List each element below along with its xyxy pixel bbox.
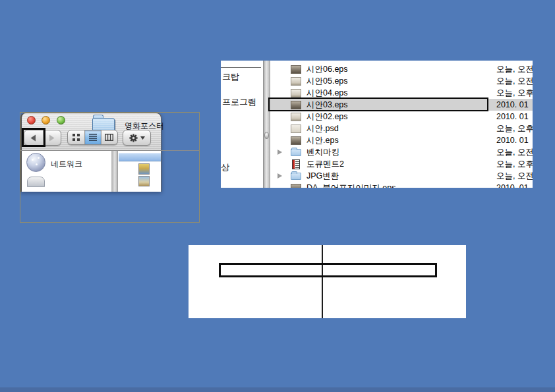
psd-thumbnail-icon xyxy=(291,125,301,133)
finder-list-view-panel: 크탑 프로그램 상 시안06.eps 오늘, 오전 시안05.eps 오늘, 오… xyxy=(221,61,533,188)
view-mode-group xyxy=(67,130,118,145)
file-row[interactable]: JPG변환 오늘, 오전 xyxy=(270,170,533,182)
sidebar-item-network[interactable]: 네트워크 xyxy=(51,159,82,170)
file-name: 시안02.eps xyxy=(307,111,348,123)
file-row[interactable]: DA_붙어표지이미지.eps 2010. 01 xyxy=(270,182,533,188)
minimize-button[interactable] xyxy=(42,116,50,125)
list-view-button[interactable] xyxy=(84,130,101,144)
center-guide-line xyxy=(322,245,323,318)
eps-thumbnail-icon xyxy=(291,136,301,145)
list-view-icon xyxy=(89,134,97,141)
file-row[interactable]: 시안02.eps 2010. 01 xyxy=(270,111,533,123)
scrollbar-track[interactable] xyxy=(263,61,270,188)
finder-list-pane xyxy=(117,151,161,192)
file-name: DA_붙어표지이미지.eps xyxy=(307,182,395,188)
scrollbar-thumb[interactable] xyxy=(264,132,269,139)
sidebar-divider xyxy=(221,67,261,68)
disclosure-triangle-icon[interactable] xyxy=(278,150,282,155)
forward-arrow-icon xyxy=(48,134,55,142)
file-name: 시안05.eps xyxy=(307,75,348,87)
disclosure-triangle-icon[interactable] xyxy=(278,173,282,179)
column-view-button[interactable] xyxy=(101,130,117,144)
sidebar-item-movies[interactable]: 상 xyxy=(221,161,229,173)
file-row[interactable]: 시안.eps 2010. 01 xyxy=(270,134,533,146)
file-date: 2010. 01 xyxy=(496,111,533,123)
eps-thumbnail-icon xyxy=(291,89,301,98)
file-date: 오늘, 오전 xyxy=(496,146,533,158)
document-canvas xyxy=(189,245,466,318)
column-view-icon xyxy=(105,134,113,141)
file-name: 도큐멘트2 xyxy=(307,158,344,170)
eps-thumbnail-icon xyxy=(291,65,301,74)
outlined-rectangle-object[interactable] xyxy=(219,263,437,277)
file-name: JPG변환 xyxy=(307,170,339,182)
bottom-strip xyxy=(0,387,555,392)
file-date: 2010. 01 xyxy=(496,134,533,146)
column-header[interactable] xyxy=(119,153,161,161)
file-list: 시안06.eps 오늘, 오전 시안05.eps 오늘, 오전 시안04.eps… xyxy=(270,61,533,188)
icon-view-button[interactable] xyxy=(68,130,84,144)
file-name: 시안.psd xyxy=(307,123,339,134)
zoom-button[interactable] xyxy=(57,116,65,125)
file-row[interactable]: 도큐멘트2 오늘, 오후 xyxy=(270,158,533,170)
folder-icon xyxy=(291,149,301,156)
file-name: 시안.eps xyxy=(307,134,339,146)
close-button[interactable] xyxy=(27,116,36,125)
action-menu-button[interactable] xyxy=(123,130,151,146)
file-thumbnail[interactable] xyxy=(138,163,150,175)
chevron-down-icon xyxy=(140,136,145,140)
document-icon xyxy=(292,159,300,169)
desktop-screenshot-fragment: 영화포스터 xyxy=(20,112,200,223)
file-row[interactable]: 시안06.eps 오늘, 오전 xyxy=(270,63,533,75)
network-globe-icon xyxy=(26,153,45,172)
disk-icon[interactable] xyxy=(27,177,45,187)
file-row[interactable]: 시안.psd 오늘, 오후 xyxy=(270,123,533,134)
icon-view-icon xyxy=(73,134,80,141)
annotation-rect-selected-file xyxy=(268,98,488,111)
gear-icon xyxy=(129,133,138,143)
folder-icon xyxy=(291,173,301,180)
file-date: 오늘, 오후 xyxy=(496,158,533,170)
eps-thumbnail-icon xyxy=(291,113,301,121)
file-date: 오늘, 오전 xyxy=(496,63,533,75)
file-row[interactable]: 벤치마킹 오늘, 오전 xyxy=(270,146,533,158)
file-date: 오늘, 오후 xyxy=(496,123,533,134)
file-date: 2010. 01 xyxy=(496,182,533,188)
annotation-rect-back-button xyxy=(22,128,45,147)
file-date: 오늘, 오후 xyxy=(496,87,533,99)
sidebar-item-applications[interactable]: 프로그램 xyxy=(222,96,256,108)
finder-sidebar: 네트워크 xyxy=(22,151,112,192)
file-date: 오늘, 오전 xyxy=(496,75,533,87)
pane-splitter[interactable] xyxy=(112,151,117,192)
eps-thumbnail-icon xyxy=(291,184,301,188)
file-row[interactable]: 시안05.eps 오늘, 오전 xyxy=(270,75,533,87)
file-name: 시안06.eps xyxy=(307,63,348,75)
file-date: 2010. 01 xyxy=(496,99,533,111)
file-date: 오늘, 오전 xyxy=(496,170,533,182)
file-name: 벤치마킹 xyxy=(307,146,339,158)
file-thumbnail[interactable] xyxy=(138,176,150,186)
sidebar-item-desktop[interactable]: 크탑 xyxy=(222,71,239,83)
eps-thumbnail-icon xyxy=(291,77,301,86)
